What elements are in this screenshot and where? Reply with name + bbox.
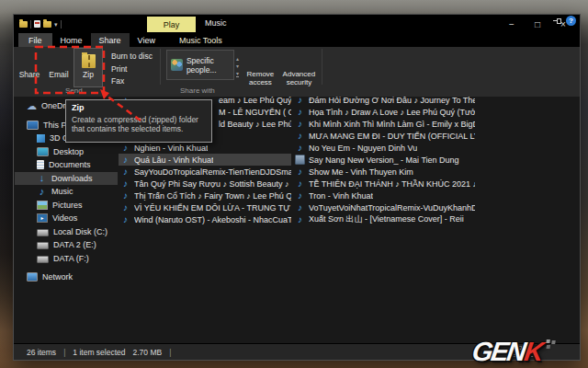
file-name: Tron - Vinh Khuat (309, 191, 373, 201)
ribbon-button-label: Email (49, 70, 68, 79)
sidebar-item-icon (37, 242, 49, 249)
file-row[interactable]: Quá Lâu - Vinh Khuat (119, 154, 291, 166)
minimize-button[interactable]: − (499, 15, 525, 33)
ribbon-tab[interactable]: File (18, 33, 52, 47)
file-row[interactable]: Họa Tình ♪ Draw A Love ♪ Lee Phú Quý (Tư… (293, 106, 475, 118)
ribbon-large-button[interactable]: Zip (74, 49, 102, 86)
sidebar-item[interactable]: Music (15, 185, 118, 199)
ribbon-tab[interactable]: View (130, 33, 164, 47)
ribbon-small-button[interactable]: Print (107, 64, 153, 74)
sidebar-item-label: DATA 2 (E:) (53, 240, 96, 249)
sidebar-item[interactable]: Downloads (15, 172, 118, 186)
sidebar-item[interactable]: Videos (15, 212, 118, 225)
ribbon-small-button[interactable]: Burn to disc (107, 52, 153, 61)
ribbon-large-button[interactable]: Email (45, 49, 73, 86)
music-file-icon (295, 107, 305, 117)
music-file-icon (120, 202, 130, 213)
file-row[interactable]: VÌ YÊU KHIẾN EM DỐI LỪA - TRUNG TỰ (OFFI… (119, 201, 291, 213)
ribbon-button-label: Remove access (243, 71, 277, 86)
file-row[interactable]: Tron - Vinh Khuat (293, 190, 475, 201)
sidebar-item[interactable]: DATA 2 (E:) (15, 238, 118, 252)
file-name: Tân Quý Phi Say Rượu ♪ Sottish Beauty ♪ … (134, 179, 291, 189)
window-title: Music (205, 18, 227, 28)
status-separator: | (63, 348, 65, 357)
file-name: TỀ THIÊN ĐẠI THÁNH ♪ THẦN KHÚC 2021 ♪ M.… (309, 179, 475, 189)
quick-access-toolbar: ▾ (19, 20, 62, 29)
sidebar-item[interactable]: Local Disk (C:) (15, 225, 118, 239)
share-with-gallery[interactable]: Specific people... (166, 50, 234, 80)
sidebar-item-icon (27, 101, 37, 111)
tooltip-title: Zip (72, 103, 206, 112)
file-row[interactable]: MƯA MANG EM ĐI - DUY TIẾN (OFFICIAL LYRI… (293, 130, 475, 142)
properties-icon[interactable] (34, 20, 40, 28)
file-row[interactable]: VoTuyetVoiNhatTropicalRemix-VuDuyKhanhDJ… (293, 201, 475, 213)
tab-label: View (138, 36, 155, 45)
music-file-icon (295, 178, 305, 189)
file-row[interactable]: Show Me - Vinh Thuyen Kim (293, 166, 475, 178)
ribbon-tab[interactable]: Music Tools (171, 33, 231, 47)
file-row[interactable]: TỀ THIÊN ĐẠI THÁNH ♪ THẦN KHÚC 2021 ♪ M.… (293, 178, 475, 190)
ribbon-button-label: Share (19, 70, 40, 79)
sidebar-item-label: Pictures (52, 201, 83, 210)
sidebar-item[interactable]: Network (15, 270, 118, 284)
file-row[interactable]: Wind (Naruto OST) - Akeboshi - NhacCuaTu… (119, 213, 291, 225)
sidebar-item[interactable]: Documents (15, 158, 118, 172)
chevron-down-icon[interactable]: ▾ (54, 21, 58, 28)
file-name: Xuất Sơn 出山 - [Vietnamese Cover] - Reii (309, 213, 464, 225)
music-file-icon (295, 119, 305, 129)
item-count: 26 items (27, 348, 56, 357)
ribbon-stack-button[interactable]: Advanced security (282, 49, 316, 86)
sidebar-item-icon (37, 134, 45, 143)
sidebar-item-label: Documents (49, 160, 91, 169)
status-separator: | (169, 348, 171, 357)
file-row[interactable]: Tân Quý Phi Say Rượu ♪ Sottish Beauty ♪ … (119, 178, 291, 190)
sidebar-item-icon (27, 121, 39, 130)
separator (30, 20, 31, 29)
file-name: Quá Lâu - Vinh Khuat (134, 155, 213, 165)
tooltip-body: Create a compressed (zipped) folder that… (72, 115, 206, 133)
ribbon: Share Email Zip Burn to disc Prin (14, 47, 580, 97)
pin-ribbon-icon[interactable] (553, 18, 561, 24)
contextual-tab-badge[interactable]: Play (147, 17, 196, 32)
sidebar-item[interactable]: DATA (F:) (15, 252, 118, 266)
new-folder-icon[interactable] (43, 21, 51, 28)
file-row[interactable]: Thị Trấn Cổ Tích ♪ Fairy Town ♪ Lee Phú … (119, 190, 291, 201)
group-label-share-with: Share with (180, 86, 215, 95)
ribbon-stack-button[interactable]: Remove access (243, 49, 277, 86)
file-row[interactable]: Xuất Sơn 出山 - [Vietnamese Cover] - Reii (293, 213, 475, 225)
file-row[interactable]: Nghien - Vinh Khuat (119, 142, 291, 154)
ribbon-small-button[interactable]: Fax (107, 76, 153, 86)
file-row[interactable]: Đám Hỏi Đường Ở Nơi Đâu ♪ Journey To The… (293, 97, 475, 106)
folder-icon[interactable] (19, 21, 28, 28)
music-file-icon (120, 214, 130, 224)
ribbon-button-icon (82, 54, 96, 68)
file-row[interactable]: SayYouDoTropicalRemix-TienTienDJDSmall-3… (119, 166, 291, 178)
file-name: VoTuyetVoiNhatTropicalRemix-VuDuyKhanhDJ… (309, 203, 475, 213)
file-name: MƯA MANG EM ĐI - DUY TIẾN (OFFICIAL LYRI… (309, 132, 475, 141)
sidebar-item[interactable]: Desktop (15, 145, 118, 159)
watermark-text: GEN (470, 337, 526, 366)
file-row[interactable]: No Yeu Em - Nguyen Dinh Vu (293, 142, 475, 154)
zip-tooltip: Zip Create a compressed (zipped) folder … (65, 99, 212, 143)
file-row[interactable]: Khi Mình Xinh Thì Mình Làm Gì - Emily x … (293, 118, 475, 130)
file-name: Thị Trấn Cổ Tích ♪ Fairy Town ♪ Lee Phú … (134, 191, 291, 201)
file-row[interactable]: Say Nang New Version_ - Mai Tien Dung (293, 154, 475, 166)
file-name: Say Nang New Version_ - Mai Tien Dung (309, 155, 459, 165)
ribbon-button-label: Zip (83, 70, 94, 79)
sidebar-item[interactable]: Pictures (15, 199, 118, 213)
music-file-icon (120, 178, 130, 189)
ribbon-large-button[interactable]: Share (16, 49, 43, 86)
music-file-icon (295, 190, 305, 201)
music-file-icon (295, 167, 305, 177)
file-name: VÌ YÊU KHIẾN EM DỐI LỪA - TRUNG TỰ (OFFI… (134, 203, 291, 213)
sidebar-item-label: Network (42, 272, 73, 282)
help-icon[interactable]: ? (566, 16, 576, 26)
ribbon-tab[interactable]: Share (91, 33, 130, 47)
sidebar-item-label: Desktop (53, 147, 84, 156)
maximize-button[interactable]: □ (525, 15, 550, 33)
group-separator (322, 49, 322, 85)
sidebar-item-label: Music (51, 187, 74, 196)
ribbon-tab[interactable]: Home (52, 33, 91, 47)
watermark-text: K (523, 337, 544, 366)
group-separator (160, 49, 161, 85)
